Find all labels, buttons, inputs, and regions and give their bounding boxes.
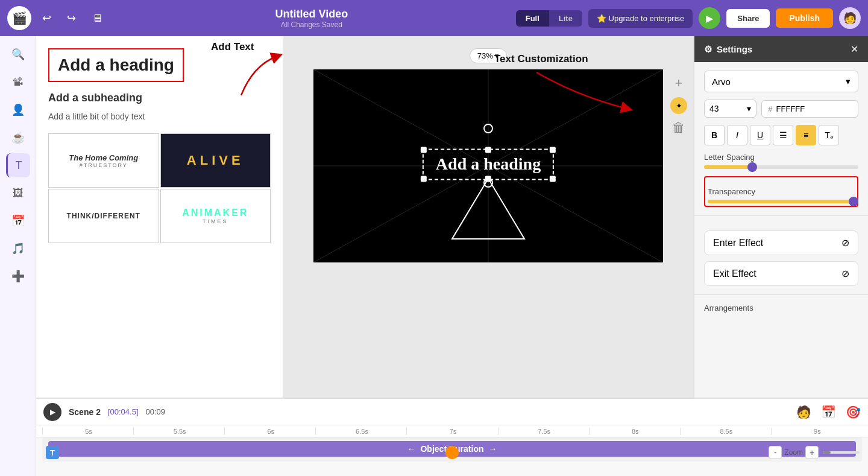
zoom-label: Zoom [784, 448, 803, 457]
style-tool-button[interactable]: ✦ [670, 97, 687, 114]
sidebar-item-search[interactable]: 🔍 [6, 42, 30, 66]
sidebar-item-character[interactable]: 👤 [6, 98, 30, 122]
transparency-track[interactable] [708, 200, 855, 203]
template-grid: The Home Coming #TRUESTORY ALIVE THINK/D… [48, 133, 271, 243]
animaker-sub: TIMES [182, 218, 248, 224]
title-area: Untitled Video All Changes Saved [113, 8, 510, 29]
template-homecoming[interactable]: The Home Coming #TRUESTORY [48, 133, 159, 188]
font-size-value: 43 [709, 104, 719, 113]
letter-spacing-label: Letter Spacing [704, 153, 858, 162]
timeline-play-button[interactable]: ▶ [43, 403, 61, 421]
move-handle[interactable] [483, 178, 493, 188]
publish-button[interactable]: Publish [776, 8, 833, 28]
sidebar-item-text[interactable]: T [6, 153, 30, 177]
enter-effect-label: Enter Effect [713, 238, 763, 249]
color-value: FFFFFF [776, 104, 805, 113]
lite-view-btn[interactable]: Lite [549, 10, 582, 27]
transparency-label: Transparency [708, 187, 855, 196]
left-sidebar: 🔍 📽 👤 ☕ T 🖼 📅 🎵 ➕ [0, 36, 36, 476]
handle-br[interactable] [550, 176, 556, 182]
share-button[interactable]: Share [726, 9, 770, 28]
ruler-7-5s: 7.5s [498, 428, 589, 435]
zoom-selector[interactable]: 73% ▾ [470, 48, 508, 63]
italic-button[interactable]: I [727, 125, 747, 145]
handle-tm[interactable] [485, 147, 491, 153]
template-animaker[interactable]: ANIMAKER TIMES [160, 189, 271, 243]
subheading-template[interactable]: Add a subheading [48, 92, 271, 104]
rotate-handle[interactable] [483, 124, 493, 133]
font-size-selector[interactable]: 43 ▾ [704, 100, 756, 118]
sidebar-item-media[interactable]: 📽 [6, 70, 30, 94]
body-template[interactable]: Add a little bit of body text [48, 112, 271, 121]
exit-effect-button[interactable]: Exit Effect ⊘ [704, 261, 858, 286]
ruler-5-5s: 5.5s [133, 428, 224, 435]
homecoming-sub: #TRUESTORY [69, 162, 138, 168]
align-center-button[interactable]: ≡ [796, 125, 816, 145]
formatting-toolbar: B I U ☰ ≡ Tₐ [704, 125, 858, 145]
enterprise-button[interactable]: ⭐ Upgrade to enterprise [588, 9, 693, 28]
transparency-thumb[interactable] [849, 197, 858, 206]
undo-button[interactable]: ↩ [37, 9, 56, 27]
template-alive[interactable]: ALIVE [160, 133, 271, 188]
video-canvas[interactable]: Add a heading [313, 69, 663, 262]
canvas-area: 73% ▾ [283, 36, 693, 398]
topbar: 🎬 ↩ ↪ 🖥 Untitled Video All Changes Saved… [0, 0, 868, 36]
bold-button[interactable]: B [704, 125, 725, 145]
heading-template[interactable]: Add a heading [48, 48, 184, 82]
zoom-slider[interactable] [823, 451, 860, 454]
character-icon[interactable]: 🧑 [796, 405, 811, 419]
handle-tl[interactable] [421, 147, 427, 153]
scene-settings-icon[interactable]: 📅 [821, 405, 836, 419]
global-play-button[interactable]: ▶ [699, 7, 720, 29]
text-transform-button[interactable]: Tₐ [819, 125, 839, 145]
current-time: [00:04.5] [108, 407, 139, 416]
color-picker[interactable]: # FFFFFF [761, 100, 858, 118]
font-selector[interactable]: Arvo ▾ [704, 71, 858, 92]
sidebar-item-images[interactable]: 🖼 [6, 181, 30, 205]
playhead-dot [445, 446, 459, 459]
settings-close-button[interactable]: ✕ [851, 43, 858, 55]
settings-header: ⚙ Settings ✕ [694, 36, 868, 62]
letter-spacing-track[interactable] [704, 165, 858, 169]
zoom-in-button[interactable]: + [805, 446, 819, 459]
svg-marker-4 [452, 179, 524, 239]
exit-effect-label: Exit Effect [713, 268, 756, 279]
timeline-track-area: ← Object Duration → T - Zoom + [36, 437, 868, 462]
gear-icon: ⚙ [704, 44, 712, 55]
sidebar-item-add[interactable]: ➕ [6, 264, 30, 288]
size-dropdown-icon: ▾ [747, 104, 751, 113]
canvas-text[interactable]: Add a heading [436, 154, 541, 174]
letter-spacing-thumb[interactable] [747, 162, 757, 172]
full-view-btn[interactable]: Full [516, 10, 549, 27]
sidebar-item-music[interactable]: 🎵 [6, 236, 30, 261]
delete-element-button[interactable]: 🗑 [672, 120, 685, 136]
camera-icon[interactable]: 🎯 [846, 405, 861, 419]
underline-button[interactable]: U [750, 125, 770, 145]
arrangements-label: Arrangements [704, 303, 858, 313]
user-avatar[interactable]: 🧑 [839, 7, 861, 29]
font-dropdown-icon: ▾ [846, 76, 851, 87]
handle-tr[interactable] [550, 147, 556, 153]
animaker-title: ANIMAKER [182, 208, 248, 218]
text-track-icon: T [46, 446, 59, 459]
transparency-fill [708, 200, 852, 203]
add-element-button[interactable]: + [675, 75, 683, 91]
effects-section: Enter Effect ⊘ Exit Effect ⊘ [694, 216, 868, 295]
view-toggle: Full Lite [516, 10, 582, 27]
screen-button[interactable]: 🖥 [87, 10, 107, 27]
zoom-out-button[interactable]: - [769, 446, 782, 459]
template-think[interactable]: THINK/DIFFERENT [48, 189, 159, 243]
arrangements-section: Arrangements [694, 295, 868, 321]
list-button[interactable]: ☰ [773, 125, 793, 145]
redo-button[interactable]: ↪ [62, 9, 81, 27]
settings-title: Settings [717, 44, 752, 54]
sidebar-item-calendar[interactable]: 📅 [6, 209, 30, 233]
sidebar-item-props[interactable]: ☕ [6, 125, 30, 150]
text-box[interactable]: Add a heading [423, 148, 554, 180]
video-title[interactable]: Untitled Video [113, 8, 510, 21]
handle-bl[interactable] [421, 176, 427, 182]
homecoming-title: The Home Coming [69, 153, 138, 162]
enter-effect-button[interactable]: Enter Effect ⊘ [704, 230, 858, 255]
logo[interactable]: 🎬 [7, 6, 31, 30]
font-name: Arvo [712, 77, 731, 87]
